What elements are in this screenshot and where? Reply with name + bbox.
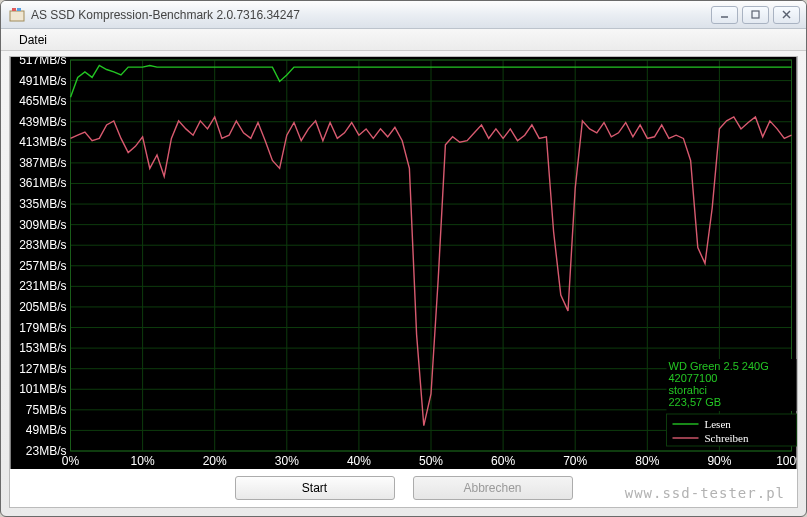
y-tick-label: 517MB/s <box>19 57 66 67</box>
y-tick-label: 49MB/s <box>26 423 67 437</box>
y-tick-label: 335MB/s <box>19 197 66 211</box>
y-tick-label: 465MB/s <box>19 94 66 108</box>
app-window: AS SSD Kompression-Benchmark 2.0.7316.34… <box>0 0 807 517</box>
benchmark-chart: 23MB/s49MB/s75MB/s101MB/s127MB/s153MB/s1… <box>10 57 797 469</box>
y-tick-label: 101MB/s <box>19 382 66 396</box>
start-button[interactable]: Start <box>235 476 395 500</box>
x-tick-label: 80% <box>635 454 659 468</box>
svg-rect-1 <box>12 8 16 11</box>
x-tick-label: 0% <box>62 454 80 468</box>
y-tick-label: 491MB/s <box>19 74 66 88</box>
menu-file[interactable]: Datei <box>11 31 55 49</box>
window-title: AS SSD Kompression-Benchmark 2.0.7316.34… <box>31 8 711 22</box>
close-button[interactable] <box>773 6 800 24</box>
x-tick-label: 90% <box>707 454 731 468</box>
device-info-line: WD Green 2.5 240G <box>669 360 769 372</box>
app-icon <box>9 7 25 23</box>
x-tick-label: 50% <box>419 454 443 468</box>
x-tick-label: 40% <box>347 454 371 468</box>
menubar: Datei <box>1 29 806 51</box>
y-tick-label: 387MB/s <box>19 156 66 170</box>
y-tick-label: 75MB/s <box>26 403 67 417</box>
chart-area: 23MB/s49MB/s75MB/s101MB/s127MB/s153MB/s1… <box>10 57 797 469</box>
y-tick-label: 231MB/s <box>19 279 66 293</box>
y-tick-label: 361MB/s <box>19 176 66 190</box>
x-tick-label: 100% <box>776 454 797 468</box>
abort-button: Abbrechen <box>413 476 573 500</box>
y-tick-label: 413MB/s <box>19 135 66 149</box>
svg-rect-2 <box>17 8 21 11</box>
y-tick-label: 439MB/s <box>19 115 66 129</box>
maximize-button[interactable] <box>742 6 769 24</box>
y-tick-label: 153MB/s <box>19 341 66 355</box>
legend-read: Lesen <box>705 418 732 430</box>
legend-write: Schreiben <box>705 432 749 444</box>
device-info-line: 42077100 <box>669 372 718 384</box>
x-tick-label: 30% <box>275 454 299 468</box>
minimize-button[interactable] <box>711 6 738 24</box>
y-tick-label: 23MB/s <box>26 444 67 458</box>
x-tick-label: 20% <box>203 454 227 468</box>
x-tick-label: 10% <box>131 454 155 468</box>
y-tick-label: 179MB/s <box>19 321 66 335</box>
y-tick-label: 205MB/s <box>19 300 66 314</box>
y-tick-label: 283MB/s <box>19 238 66 252</box>
window-controls <box>711 6 800 24</box>
x-tick-label: 60% <box>491 454 515 468</box>
device-info-line: 223,57 GB <box>669 396 722 408</box>
device-info-line: storahci <box>669 384 708 396</box>
titlebar[interactable]: AS SSD Kompression-Benchmark 2.0.7316.34… <box>1 1 806 29</box>
content-panel: 23MB/s49MB/s75MB/s101MB/s127MB/s153MB/s1… <box>9 56 798 508</box>
svg-rect-4 <box>752 11 759 18</box>
y-tick-label: 127MB/s <box>19 362 66 376</box>
button-bar: Start Abbrechen <box>10 469 797 507</box>
svg-rect-0 <box>10 11 24 21</box>
x-tick-label: 70% <box>563 454 587 468</box>
y-tick-label: 257MB/s <box>19 259 66 273</box>
y-tick-label: 309MB/s <box>19 218 66 232</box>
